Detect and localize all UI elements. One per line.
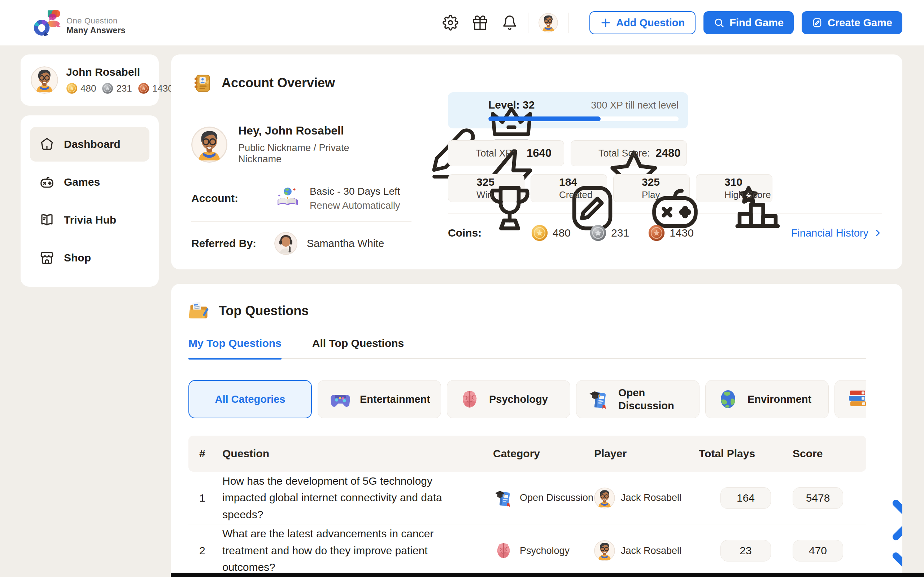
- book-gradcap-3d-icon: [493, 488, 514, 508]
- financial-history-link[interactable]: Financial History: [791, 227, 882, 239]
- gold-coin-count: 480: [81, 83, 96, 94]
- coins-row: Coins: 480 231 1430 Financial Histor: [448, 224, 882, 242]
- folder-pencil-icon: [188, 300, 209, 321]
- table-header-row: # Question Category Player Total Plays S…: [188, 436, 866, 472]
- referrer-avatar: [274, 232, 297, 255]
- search-icon: [714, 17, 724, 28]
- col-num: #: [199, 448, 222, 460]
- gift-icon[interactable]: [472, 15, 488, 31]
- pencil-square-icon: [812, 17, 822, 28]
- question-text: What are the latest advancements in canc…: [222, 525, 493, 576]
- profile-avatar: [191, 127, 228, 163]
- top-header: One Question Many Answers Add Question F…: [0, 0, 924, 45]
- silver-coin-count: 231: [611, 227, 629, 239]
- account-overview-card: Account Overview Hey, John Rosabell Publ…: [171, 55, 902, 269]
- sidebar-item-dashboard[interactable]: Dashboard: [30, 127, 149, 161]
- user-avatar[interactable]: [538, 13, 558, 32]
- account-plan-value: Basic - 30 Days Left: [310, 186, 400, 197]
- bronze-coin-icon: [648, 224, 665, 242]
- sidebar-user-avatar: [31, 66, 58, 94]
- chip-all-categories[interactable]: All Categories: [188, 380, 312, 418]
- category-cell: Psychology: [493, 540, 594, 561]
- add-question-button[interactable]: Add Question: [590, 11, 696, 34]
- chip-open-discussion[interactable]: Open Discussion: [576, 380, 699, 418]
- stat-play: 325 Play: [613, 174, 690, 202]
- header-divider: [528, 13, 528, 33]
- bottom-cutoff-bar: [171, 573, 924, 577]
- chip-psychology[interactable]: Psychology: [447, 380, 570, 418]
- account-plan-row: Account: Basic - 30 Days Left Renew Auto…: [191, 185, 412, 211]
- silver-coin-icon: [102, 82, 113, 94]
- xp-note: 300 XP till next level: [591, 100, 678, 111]
- find-game-button[interactable]: Find Game: [703, 11, 794, 34]
- chip-environment[interactable]: Environment: [705, 380, 829, 418]
- chip-partial-books[interactable]: [835, 380, 866, 418]
- plan-book-icon: [274, 185, 300, 211]
- total-score-label: Total Score:: [598, 148, 650, 159]
- brain-3d-icon: [458, 388, 481, 411]
- silver-coin-icon: [590, 224, 607, 242]
- xp-progress-bar: [488, 116, 678, 121]
- sidebar-user-card[interactable]: John Rosabell 480 231 1430: [21, 55, 159, 106]
- notifications-bell-icon[interactable]: [502, 15, 518, 31]
- level-banner: Level: 32 300 XP till next level: [448, 92, 688, 128]
- app-logo: One Question Many Answers: [33, 8, 126, 37]
- table-row: 2 What are the latest advancements in ca…: [188, 524, 866, 577]
- account-label: Account:: [191, 192, 274, 205]
- create-game-button[interactable]: Create Game: [802, 11, 902, 34]
- category-filter-row: All Categories Entertainment Psychology …: [188, 380, 866, 418]
- referrer-name: Samantha White: [307, 238, 384, 250]
- books-stack-3d-icon: [846, 388, 866, 411]
- score-pill: 5478: [793, 487, 843, 509]
- app-logo-mark: [33, 8, 66, 37]
- podium-star-icon: [703, 181, 718, 195]
- total-score-value: 2480: [656, 147, 684, 160]
- bronze-coin-icon: [138, 82, 149, 94]
- row-chevron-icon[interactable]: [850, 546, 860, 556]
- sidebar-user-name: John Rosabell: [66, 66, 173, 78]
- score-pill: 470: [793, 540, 843, 561]
- greeting-text: Hey, John Rosabell: [238, 124, 386, 137]
- header-divider: [568, 13, 569, 33]
- divider: [191, 175, 412, 175]
- top-questions-tabs: My Top Questions All Top Questions: [188, 337, 866, 359]
- sidebar: John Rosabell 480 231 1430 Dashboard Gam…: [21, 55, 159, 577]
- top-questions-title: Top Questions: [219, 303, 309, 318]
- category-cell: Open Discussion: [493, 488, 594, 508]
- col-category: Category: [493, 448, 594, 460]
- edit-profile-icon[interactable]: [397, 126, 412, 141]
- player-cell: Jack Rosabell: [594, 540, 699, 561]
- divider: [191, 221, 412, 222]
- sidebar-item-games[interactable]: Games: [30, 165, 149, 200]
- tab-all-top-questions[interactable]: All Top Questions: [312, 337, 404, 358]
- total-xp-label: Total XP:: [476, 148, 515, 159]
- total-score-box: Total Score: 2480: [571, 140, 687, 166]
- star-icon: [580, 147, 593, 160]
- sidebar-item-shop[interactable]: Shop: [30, 240, 149, 275]
- total-plays-pill: 164: [720, 487, 771, 509]
- sidebar-nav: Dashboard Games Trivia Hub Shop: [21, 115, 159, 287]
- storefront-icon: [39, 250, 55, 266]
- crown-icon: [457, 99, 480, 121]
- open-book-icon: [39, 213, 55, 227]
- gamepad-icon: [621, 181, 635, 195]
- silver-coin-count: 231: [116, 83, 132, 94]
- player-avatar: [594, 488, 615, 508]
- nickname-line: Public Nickname / Private Nickname: [238, 142, 386, 165]
- xp-progress-fill: [488, 116, 601, 121]
- row-chevron-icon[interactable]: [850, 493, 860, 503]
- chip-entertainment[interactable]: Entertainment: [318, 380, 441, 418]
- sidebar-item-trivia-hub[interactable]: Trivia Hub: [30, 203, 149, 237]
- settings-gear-icon[interactable]: [443, 15, 459, 31]
- level-label: Level: 32: [488, 99, 535, 111]
- bronze-coin-count: 1430: [152, 83, 173, 94]
- gold-coin-icon: [531, 224, 548, 242]
- lightning-icon: [457, 147, 470, 160]
- home-icon: [39, 137, 55, 152]
- col-total-plays: Total Plays: [699, 448, 793, 460]
- plus-icon: [600, 17, 611, 28]
- total-xp-box: Total XP: 1640: [448, 140, 564, 166]
- trophy-icon: [456, 181, 470, 195]
- coins-label: Coins:: [448, 227, 531, 239]
- tab-my-top-questions[interactable]: My Top Questions: [188, 337, 281, 358]
